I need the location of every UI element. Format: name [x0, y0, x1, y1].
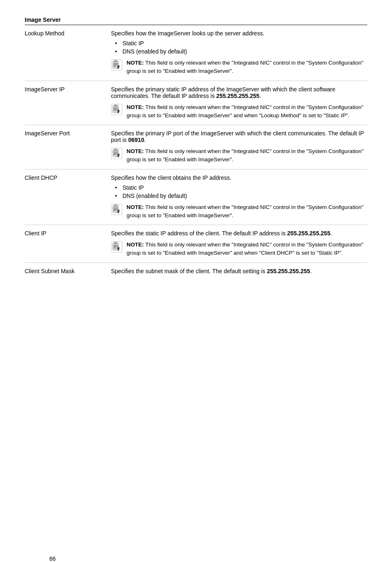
- list-item: DNS (enabled by default): [115, 193, 367, 199]
- svg-rect-15: [118, 112, 119, 113]
- list-item: Static IP: [115, 184, 367, 191]
- list-item: Static IP: [115, 40, 367, 46]
- bullet-list: Static IPDNS (enabled by default): [115, 40, 367, 55]
- svg-rect-34: [114, 242, 117, 244]
- row-content: Specifies the static IP address of the c…: [107, 225, 367, 263]
- row-description: Specifies the static IP address of the c…: [111, 230, 367, 237]
- row-description: Specifies the primary IP port of the Ima…: [111, 130, 367, 143]
- note-text: NOTE: This field is only relevant when t…: [127, 241, 367, 258]
- note-text: NOTE: This field is only relevant when t…: [127, 203, 367, 220]
- row-description: Specifies the primary static IP address …: [111, 86, 367, 99]
- svg-rect-26: [114, 204, 117, 206]
- note-icon: [111, 148, 122, 159]
- section-header: Image Server: [25, 16, 367, 25]
- content-table: Lookup MethodSpecifies how the ImageServ…: [25, 25, 367, 279]
- note-box: NOTE: This field is only relevant when t…: [111, 203, 367, 220]
- page-number: 66: [49, 555, 56, 562]
- note-text: NOTE: This field is only relevant when t…: [127, 147, 367, 164]
- row-content: Specifies how the ImageServer looks up t…: [107, 25, 367, 81]
- row-label: ImageServer Port: [25, 125, 107, 170]
- row-label: Client Subnet Mask: [25, 262, 107, 279]
- note-icon: [111, 241, 122, 253]
- row-description: Specifies how the ImageServer looks up t…: [111, 30, 367, 37]
- svg-rect-2: [114, 60, 117, 62]
- svg-rect-10: [114, 105, 117, 106]
- note-box: NOTE: This field is only relevant when t…: [111, 103, 367, 120]
- svg-rect-23: [118, 156, 119, 157]
- note-icon: [111, 204, 122, 215]
- row-label: Client IP: [25, 225, 107, 263]
- page-wrapper: Image Server Lookup MethodSpecifies how …: [25, 16, 367, 562]
- svg-rect-31: [118, 212, 119, 213]
- note-text: NOTE: This field is only relevant when t…: [127, 103, 367, 120]
- row-description: Specifies how the client obtains the IP …: [111, 174, 367, 181]
- row-content: Specifies the primary static IP address …: [107, 81, 367, 125]
- note-icon: [111, 59, 122, 71]
- row-label: Client DHCP: [25, 169, 107, 225]
- bullet-list: Static IPDNS (enabled by default): [115, 184, 367, 199]
- note-text: NOTE: This field is only relevant when t…: [127, 59, 367, 76]
- svg-rect-18: [114, 149, 117, 151]
- note-box: NOTE: This field is only relevant when t…: [111, 147, 367, 164]
- note-box: NOTE: This field is only relevant when t…: [111, 59, 367, 76]
- row-label: Lookup Method: [25, 25, 107, 81]
- row-label: ImageServer IP: [25, 81, 107, 125]
- note-box: NOTE: This field is only relevant when t…: [111, 241, 367, 258]
- list-item: DNS (enabled by default): [115, 48, 367, 55]
- svg-rect-39: [118, 250, 119, 251]
- row-content: Specifies the primary IP port of the Ima…: [107, 125, 367, 170]
- svg-rect-7: [118, 68, 119, 69]
- section-title: Image Server: [25, 16, 367, 23]
- row-description: Specifies the subnet mask of the client.…: [111, 268, 367, 274]
- row-content: Specifies how the client obtains the IP …: [107, 169, 367, 225]
- row-content: Specifies the subnet mask of the client.…: [107, 262, 367, 279]
- note-icon: [111, 104, 122, 115]
